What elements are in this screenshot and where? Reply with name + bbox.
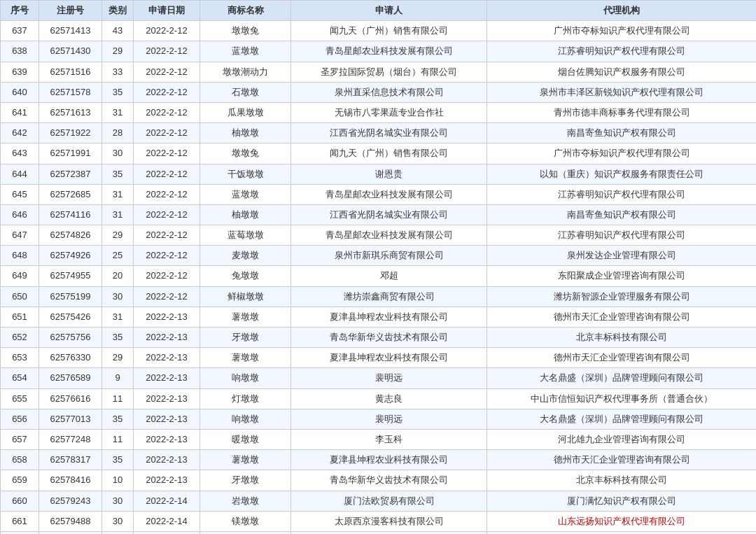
cell-agent: 山东远扬知识产权代理有限公司 bbox=[487, 511, 757, 531]
cell-agent: 江苏睿明知识产权代理有限公司 bbox=[487, 225, 757, 246]
cell-date: 2022-2-12 bbox=[134, 82, 200, 102]
cell-date: 2022-2-13 bbox=[134, 328, 200, 348]
cell-date: 2022-2-14 bbox=[134, 531, 200, 534]
header-agent: 代理机构 bbox=[487, 1, 757, 21]
cell-seq: 645 bbox=[1, 184, 39, 204]
table-row: 65962578416102022-2-13牙墩墩青岛华新华义齿技术有限公司北京… bbox=[1, 470, 757, 491]
cell-name: 墩墩兔 bbox=[200, 21, 291, 41]
table-row: 63862571430292022-2-12蓝墩墩青岛星邮农业科技发展有限公司江… bbox=[1, 41, 757, 62]
cell-cls: 30 bbox=[102, 531, 134, 534]
cell-applicant: 厦门法欧贸易有限公司 bbox=[291, 491, 487, 511]
cell-applicant: 裴明远 bbox=[291, 409, 487, 429]
cell-applicant: 泉州市新琪乐商贸有限公司 bbox=[291, 246, 487, 266]
table-row: 64762574826292022-2-12蓝莓墩墩青岛星邮农业科技发展有限公司… bbox=[1, 225, 757, 246]
table-row: 64862574926252022-2-12麦墩墩泉州市新琪乐商贸有限公司泉州发… bbox=[1, 246, 757, 266]
cell-seq: 643 bbox=[1, 143, 39, 164]
cell-seq: 653 bbox=[1, 348, 39, 368]
cell-date: 2022-2-12 bbox=[134, 21, 200, 41]
cell-name: 墩墩兔 bbox=[200, 143, 291, 164]
cell-cls: 35 bbox=[102, 450, 134, 470]
cell-reg: 62571613 bbox=[39, 102, 102, 122]
cell-applicant: 江西省光阴名城实业有限公司 bbox=[291, 204, 487, 225]
cell-reg: 62579823 bbox=[39, 531, 102, 534]
cell-agent: 南昌寄鱼知识产权有限公司 bbox=[487, 204, 757, 225]
data-table: 序号 注册号 类别 申请日期 商标名称 申请人 代理机构 63762571413… bbox=[0, 0, 756, 534]
cell-cls: 25 bbox=[102, 246, 134, 266]
cell-cls: 35 bbox=[102, 82, 134, 102]
table-row: 65662577013352022-2-13响墩墩裴明远大名鼎盛（深圳）品牌管理… bbox=[1, 409, 757, 429]
cell-agent: 德州市天汇企业管理咨询有限公司 bbox=[487, 348, 757, 368]
cell-agent: 南昌寄鱼知识产权有限公司 bbox=[487, 123, 757, 143]
cell-cls: 35 bbox=[102, 164, 134, 184]
cell-seq: 640 bbox=[1, 82, 39, 102]
cell-agent: 广州市夺标知识产权代理有限公司 bbox=[487, 143, 757, 164]
cell-applicant: 潍坊崇鑫商贸有限公司 bbox=[291, 286, 487, 307]
cell-reg: 62571430 bbox=[39, 41, 102, 62]
cell-date: 2022-2-14 bbox=[134, 491, 200, 511]
cell-seq: 642 bbox=[1, 123, 39, 143]
cell-agent: 中山市信恒知识产权代理事务所（普通合伙） bbox=[487, 388, 757, 409]
cell-applicant: 夏津县坤程农业科技有限公司 bbox=[291, 307, 487, 327]
cell-applicant: 闻九天（广州）销售有限公司 bbox=[291, 21, 487, 41]
cell-seq: 651 bbox=[1, 307, 39, 327]
cell-seq: 662 bbox=[1, 531, 39, 534]
cell-name: 响墩墩 bbox=[200, 409, 291, 429]
table-row: 63962571516332022-2-12墩墩潮动力圣罗拉国际贸易（烟台）有限… bbox=[1, 62, 757, 82]
cell-agent: 大名鼎盛（深圳）品牌管理顾问有限公司 bbox=[487, 368, 757, 388]
header-applicant: 申请人 bbox=[291, 1, 487, 21]
table-header-row: 序号 注册号 类别 申请日期 商标名称 申请人 代理机构 bbox=[1, 1, 757, 21]
cell-reg: 62574955 bbox=[39, 266, 102, 286]
cell-seq: 639 bbox=[1, 62, 39, 82]
table-row: 65862578317352022-2-13薯墩墩夏津县坤程农业科技有限公司德州… bbox=[1, 450, 757, 470]
cell-date: 2022-2-12 bbox=[134, 184, 200, 204]
cell-reg: 62572387 bbox=[39, 164, 102, 184]
cell-agent: 河北雄九企业管理咨询有限公司 bbox=[487, 429, 757, 449]
cell-seq: 641 bbox=[1, 102, 39, 122]
cell-seq: 638 bbox=[1, 41, 39, 62]
cell-seq: 650 bbox=[1, 286, 39, 307]
table-row: 64662574116312022-2-12柚墩墩江西省光阴名城实业有限公司南昌… bbox=[1, 204, 757, 225]
cell-agent: 江苏睿明知识产权代理有限公司 bbox=[487, 41, 757, 62]
cell-reg: 62576616 bbox=[39, 388, 102, 409]
cell-name: 墩墩潮动力 bbox=[200, 62, 291, 82]
cell-reg: 62571578 bbox=[39, 82, 102, 102]
cell-reg: 62575756 bbox=[39, 328, 102, 348]
cell-cls: 11 bbox=[102, 429, 134, 449]
cell-name: 响墩墩 bbox=[200, 368, 291, 388]
main-table-container: 序号 注册号 类别 申请日期 商标名称 申请人 代理机构 63762571413… bbox=[0, 0, 756, 534]
cell-date: 2022-2-12 bbox=[134, 102, 200, 122]
cell-reg: 62576589 bbox=[39, 368, 102, 388]
cell-reg: 62575426 bbox=[39, 307, 102, 327]
table-row: 64562572685312022-2-12蓝墩墩青岛星邮农业科技发展有限公司江… bbox=[1, 184, 757, 204]
cell-applicant: 太原西京漫客科技有限公司 bbox=[291, 511, 487, 531]
cell-date: 2022-2-13 bbox=[134, 409, 200, 429]
cell-seq: 655 bbox=[1, 388, 39, 409]
cell-name: 鲜椒墩墩 bbox=[200, 286, 291, 307]
cell-date: 2022-2-12 bbox=[134, 143, 200, 164]
cell-name: 蓝墩墩 bbox=[200, 41, 291, 62]
cell-applicant: 邓超 bbox=[291, 266, 487, 286]
cell-seq: 661 bbox=[1, 511, 39, 531]
cell-cls: 31 bbox=[102, 184, 134, 204]
table-row: 65362576330292022-2-13薯墩墩夏津县坤程农业科技有限公司德州… bbox=[1, 348, 757, 368]
cell-reg: 62571516 bbox=[39, 62, 102, 82]
cell-cls: 11 bbox=[102, 388, 134, 409]
cell-agent: 潍坊新智源企业管理服务有限公司 bbox=[487, 286, 757, 307]
cell-cls: 10 bbox=[102, 470, 134, 491]
cell-date: 2022-2-12 bbox=[134, 246, 200, 266]
cell-reg: 62571922 bbox=[39, 123, 102, 143]
cell-applicant: 青岛华新华义齿技术有限公司 bbox=[291, 328, 487, 348]
cell-applicant: 夏津县坤程农业科技有限公司 bbox=[291, 450, 487, 470]
cell-agent: 厦门满忆知识产权有限公司 bbox=[487, 491, 757, 511]
table-row: 64362571991302022-2-12墩墩兔闻九天（广州）销售有限公司广州… bbox=[1, 143, 757, 164]
cell-reg: 62579488 bbox=[39, 511, 102, 531]
table-row: 65262575756352022-2-13牙墩墩青岛华新华义齿技术有限公司北京… bbox=[1, 328, 757, 348]
cell-date: 2022-2-13 bbox=[134, 368, 200, 388]
cell-name: 麦墩墩 bbox=[200, 246, 291, 266]
header-date: 申请日期 bbox=[134, 1, 200, 21]
cell-cls: 29 bbox=[102, 225, 134, 246]
table-row: 64462572387352022-2-12干饭墩墩谢恩贵以知（重庆）知识产权服… bbox=[1, 164, 757, 184]
cell-name: 兔墩墩 bbox=[200, 266, 291, 286]
cell-seq: 658 bbox=[1, 450, 39, 470]
cell-seq: 654 bbox=[1, 368, 39, 388]
